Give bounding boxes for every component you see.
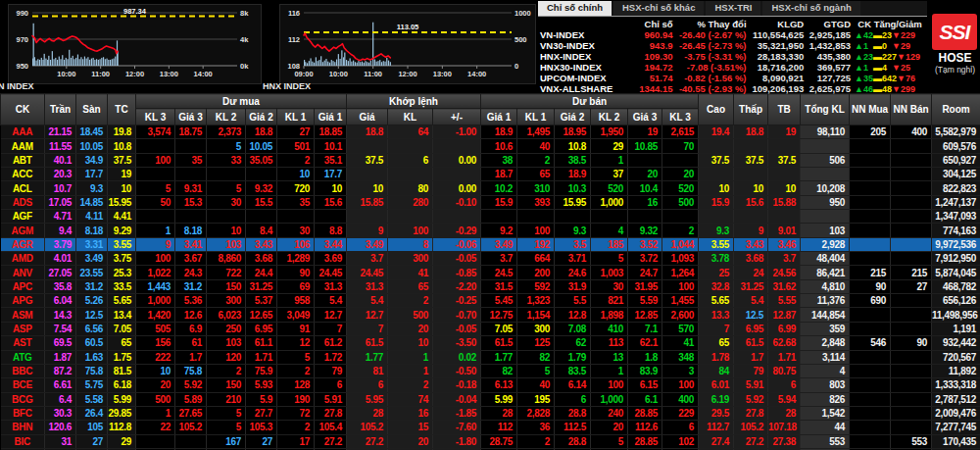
index-header-row: Chỉ số% Thay đổiKLGDGTGDCK Tăng/Giảm: [538, 18, 927, 29]
board-row-BCG[interactable]: BCG6.45.585.995005.892105.91905.915.9574…: [1, 392, 980, 406]
cell-thap: [734, 210, 768, 224]
cell-nn-ban: 400: [891, 125, 932, 139]
board-row-ASP[interactable]: ASP7.546.567.055056.92506.95917720-0.057…: [1, 322, 980, 335]
cell-ask-kl2: 821: [591, 294, 628, 308]
index-klgd: 110,554,625: [749, 29, 807, 40]
cell-ck: AGF: [1, 210, 45, 224]
cell-room: 7,912,950: [932, 252, 980, 266]
cell-tran: 17.05: [45, 195, 76, 209]
board-row-ATG[interactable]: ATG1.871.631.752221.71201.7151.721.7710.…: [1, 350, 980, 364]
cell-cao: 27.4: [699, 434, 734, 448]
tab-1[interactable]: HSX-chỉ số khác: [613, 1, 704, 16]
index-name: UPCOM-INDEX: [538, 73, 636, 83]
cell-match-kl: [388, 168, 433, 181]
cell-ck: BIC: [1, 434, 45, 448]
cell-tong-kl: 826: [801, 392, 850, 406]
cell-match-gia: 9: [347, 224, 388, 237]
board-row-BIC[interactable]: BIC312729167271727.227.220-1.8028.75228.…: [1, 434, 980, 448]
cell-ask-kl2: 1,000: [591, 392, 628, 406]
cell-san: 18.45: [76, 125, 108, 139]
cell-bid-kl3: 1,022: [136, 266, 175, 279]
col-header: Giá 1: [315, 109, 347, 125]
cell-match-gia: 81: [347, 364, 388, 377]
svg-text:987.34: 987.34: [123, 7, 147, 16]
board-row-AGF[interactable]: AGF4.714.114.411,347,093: [1, 210, 980, 224]
cell-thap: 6.95: [734, 322, 768, 335]
board-row-AAA[interactable]: AAA21.1518.4519.83,57418.752,37318.82718…: [1, 125, 980, 139]
board-row-ADS[interactable]: ADS17.0514.8515.955015.33015.53515.615.8…: [1, 195, 980, 209]
board-row-ACL[interactable]: ACL10.79.31059.3159.327201010800.0010.23…: [1, 181, 980, 195]
board-row-BCE[interactable]: BCE6.615.756.18205.921505.93128662-0.186…: [1, 378, 980, 392]
board-row-BBC[interactable]: BBC87.275.881.51075.8275.9279811-0.50825…: [1, 364, 980, 377]
cell-bid-kl2: 10: [207, 224, 246, 237]
board-row-AMD[interactable]: AMD4.013.493.751003.678,8603.681,2893.69…: [1, 252, 980, 266]
cell-tb: 24.56: [768, 266, 801, 279]
cell-tong-kl: 11,376: [801, 294, 850, 308]
cell-ck: APG: [1, 294, 45, 308]
cell-bid-kl1: 106: [277, 237, 315, 251]
svg-text:11:00: 11:00: [364, 70, 382, 78]
cell-ask-kl1: 300: [517, 322, 555, 335]
cell-ask-kl3: 400: [662, 392, 699, 406]
cell-san: 8.18: [76, 224, 108, 237]
cell-tc: 5.99: [108, 392, 136, 406]
index-col-header: KLGD: [749, 18, 807, 29]
board-row-ANV[interactable]: ANV27.0523.5525.31,02224.372224.49024.45…: [1, 266, 980, 279]
cell-tong-kl: 2,848: [801, 336, 850, 350]
cell-san: 5.26: [76, 294, 108, 308]
board-row-AGR[interactable]: AGR3.793.313.5593.411033.431063.443.498-…: [1, 237, 980, 251]
cell-tran: 4.71: [45, 210, 76, 224]
cell-ask-kl2: 1,003: [591, 266, 628, 279]
cell-ask-kl1: 1,495: [517, 125, 555, 139]
cell-ask-gia1: 9.2: [481, 224, 517, 237]
cell-tb: 19: [768, 125, 801, 139]
board-row-ASM[interactable]: ASM14.312.513.41,42012.66,02312.653,0491…: [1, 308, 980, 322]
index-name: VN-INDEX: [538, 29, 636, 40]
board-row-AAM[interactable]: AAM11.5510.0510.8510.0550110.110.64010.8…: [1, 139, 980, 153]
cell-cao: 29.5: [699, 406, 734, 420]
cell-bid-kl3: 100: [136, 252, 175, 266]
board-row-ACC[interactable]: ACC20.317.7191017.718.76518.9372020304,1…: [1, 168, 980, 181]
cell-bid-gia1: [315, 210, 347, 224]
cell-room: 11,498,956: [932, 308, 980, 322]
cell-ask-gia1: 82: [481, 364, 517, 377]
cell-ask-gia3: 1.8: [628, 350, 662, 364]
board-row-APG[interactable]: APG6.045.265.651,0005.363005.379585.45.4…: [1, 294, 980, 308]
cell-match-gia: 28: [347, 406, 388, 420]
cell-tc: 3.75: [108, 252, 136, 266]
board-row-BFC[interactable]: BFC30.326.429.85127.65527.77227.82816-1.…: [1, 406, 980, 420]
cell-ask-gia1: [481, 210, 517, 224]
board-header-group-row: CKTrầnSànTCDư muaKhớp lệnhDư bánCaoThấpT…: [1, 94, 980, 109]
board-row-BHN[interactable]: BHN120.6105112.822105.25105.32105.4105.2…: [1, 421, 980, 434]
tab-2[interactable]: HSX-TRI: [706, 1, 760, 16]
cell-ask-gia2: 10.3: [555, 181, 591, 195]
board-row-AST[interactable]: AST69.560.5651566110361.11261.261.510-3.…: [1, 336, 980, 350]
cell-ask-kl2: 1,898: [591, 308, 628, 322]
cell-bid-kl3: 1,420: [136, 308, 175, 322]
tab-0[interactable]: Chỉ số chính: [538, 1, 612, 16]
cell-room: 170,435: [932, 434, 980, 448]
cell-bid-gia1: 12.7: [315, 308, 347, 322]
cell-thap: [734, 139, 768, 153]
board-row-AGM[interactable]: AGM9.48.189.2918.18108.4308.89100-0.299.…: [1, 224, 980, 237]
board-row-ABT[interactable]: ABT40.134.937.5100353335.05235.137.560.0…: [1, 153, 980, 167]
cell-bid-kl1: 72: [277, 406, 315, 420]
board-row-APC[interactable]: APC35.831.233.51,44331.215031.256931.331…: [1, 279, 980, 293]
cell-ask-kl3: 102: [662, 434, 699, 448]
tab-3[interactable]: HSX-chỉ số ngành: [762, 1, 859, 16]
cell-match-kl: 80: [388, 181, 433, 195]
index-panel: Chỉ số chínhHSX-chỉ số khácHSX-TRIHSX-ch…: [538, 1, 927, 92]
cell-bid-kl2: 6,023: [207, 308, 246, 322]
cell-match-kl: 2: [388, 294, 433, 308]
index-change: -7.08 (-3.51%): [675, 62, 749, 73]
svg-text:11:00: 11:00: [91, 70, 110, 78]
cell-bid-gia2: 3.43: [246, 237, 277, 251]
cell-tran: 6.4: [45, 392, 76, 406]
cell-bid-kl2: 300: [207, 294, 246, 308]
cell-ck: BFC: [1, 406, 45, 420]
cell-tong-kl: 803: [801, 378, 850, 392]
cell-bid-gia2: 35.05: [246, 153, 277, 167]
cell-match-gia: 3.49: [347, 237, 388, 251]
cell-ask-kl1: 40: [517, 378, 555, 392]
cell-ask-kl3: 2,615: [662, 125, 699, 139]
